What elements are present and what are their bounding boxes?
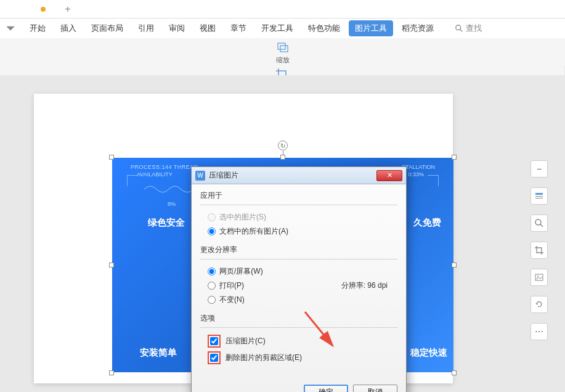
side-btn-crop[interactable]: [530, 242, 548, 259]
resize-handle-br[interactable]: [452, 370, 457, 375]
radio-nochange-label: 不变(N): [219, 295, 245, 305]
crop-icon: [534, 245, 544, 255]
radio-print-input[interactable]: [208, 282, 216, 290]
ribbon-tab-devtools[interactable]: 开发工具: [255, 20, 299, 36]
svg-point-36: [537, 276, 539, 277]
layout-icon: [534, 191, 544, 201]
radio-print-label: 打印(P): [219, 280, 244, 291]
radio-selected-pics: 选中的图片(S): [200, 210, 397, 224]
ribbon-tab-start[interactable]: 开始: [23, 20, 52, 36]
check-delete-crop[interactable]: 删除图片的剪裁区域(E): [200, 349, 397, 366]
close-button[interactable]: ✕: [376, 170, 402, 181]
img-text-installation: STALLATION: [402, 164, 435, 170]
side-btn-layout[interactable]: [530, 187, 548, 205]
side-btn-more[interactable]: ⋯: [530, 323, 548, 340]
svg-line-1: [460, 30, 463, 32]
svg-point-0: [456, 25, 461, 30]
resolution-title: 更改分辨率: [200, 245, 397, 255]
resolution-info: 分辨率: 96 dpi: [341, 280, 388, 291]
picture-icon: [534, 272, 544, 282]
img-text-availability: AVAILABILITY: [137, 171, 173, 178]
resize-handle-tr[interactable]: [452, 155, 457, 160]
search-icon: [455, 24, 463, 33]
radio-web-input[interactable]: [208, 267, 216, 276]
check-delete-crop-label: 删除图片的剪裁区域(E): [226, 353, 302, 363]
ok-button[interactable]: 确定: [304, 385, 348, 392]
dropdown-icon[interactable]: [5, 23, 16, 34]
search-box[interactable]: 查找: [447, 22, 489, 35]
check-delete-crop-input[interactable]: [210, 354, 218, 362]
annotation-highlight: [208, 335, 221, 348]
check-compress-input[interactable]: [210, 337, 218, 345]
radio-print[interactable]: 打印(P) 分辨率: 96 dpi: [200, 279, 397, 293]
new-tab-button[interactable]: +: [55, 1, 80, 18]
side-btn-zoom[interactable]: [530, 214, 548, 232]
img-text-stable-fast: 稳定快速: [410, 347, 447, 359]
radio-all-pics[interactable]: 文档中的所有图片(A): [200, 224, 397, 239]
check-compress[interactable]: 压缩图片(C): [200, 333, 397, 349]
radio-all-pics-input[interactable]: [208, 227, 216, 235]
compress-dialog: W 压缩图片 ✕ 应用于 选中的图片(S) 文档中的所有图片(A) 更改分辨率 …: [191, 166, 407, 392]
side-btn-rotate[interactable]: [530, 296, 548, 313]
apply-to-title: 应用于: [200, 190, 397, 201]
zoom-group: 缩放: [0, 38, 565, 66]
side-toolbar: − ⋯: [530, 160, 548, 340]
dialog-body: 应用于 选中的图片(S) 文档中的所有图片(A) 更改分辨率 网页/屏幕(W) …: [192, 184, 406, 378]
resize-handle-tl[interactable]: [109, 155, 114, 160]
document-tab[interactable]: [31, 1, 55, 18]
radio-selected-pics-input: [208, 213, 216, 221]
ribbon-tab-view[interactable]: 视图: [193, 20, 222, 36]
svg-point-33: [535, 219, 541, 225]
img-text-green-safe: 绿色安全: [148, 217, 185, 229]
svg-line-34: [540, 224, 543, 227]
resize-handle-ml[interactable]: [109, 263, 114, 267]
ribbon-tab-chapter[interactable]: 章节: [224, 20, 253, 36]
resize-handle-mr[interactable]: [452, 263, 457, 267]
ribbon-tab-reference[interactable]: 引用: [132, 20, 160, 36]
ribbon-tab-picture-tools[interactable]: 图片工具: [349, 20, 393, 36]
img-text-8pct: 8%: [168, 201, 176, 207]
resize-handle-tm[interactable]: [280, 155, 285, 160]
img-wave-decoration: [144, 181, 193, 197]
ribbon-tab-feature[interactable]: 特色功能: [302, 20, 346, 36]
img-text-forever-free: 久免费: [413, 217, 441, 229]
cancel-button[interactable]: 取消: [353, 385, 397, 392]
zoom-icon[interactable]: [275, 39, 290, 54]
radio-nochange-input[interactable]: [208, 296, 216, 304]
ribbon-tab-resources[interactable]: 稻壳资源: [396, 20, 440, 36]
resize-handle-bl[interactable]: [109, 370, 114, 375]
radio-web-label: 网页/屏幕(W): [219, 266, 263, 277]
svg-rect-31: [535, 196, 543, 197]
svg-rect-3: [280, 46, 288, 52]
ribbon-tab-review[interactable]: 审阅: [163, 20, 191, 36]
options-section: 选项 压缩图片(C) 删除图片的剪裁区域(E): [200, 313, 397, 366]
img-text-process: PROCESS:144 THREAD: [131, 164, 198, 170]
radio-selected-pics-label: 选中的图片(S): [219, 212, 266, 223]
radio-nochange[interactable]: 不变(N): [200, 293, 397, 307]
check-compress-label: 压缩图片(C): [226, 336, 266, 346]
dialog-title: 压缩图片: [209, 170, 376, 181]
tab-bar: +: [0, 0, 565, 18]
unsaved-dot-icon: [41, 7, 46, 12]
apply-to-section: 应用于 选中的图片(S) 文档中的所有图片(A): [200, 190, 397, 239]
side-btn-minus[interactable]: −: [530, 160, 548, 178]
ribbon-menu: 开始 插入 页面布局 引用 审阅 视图 章节 开发工具 特色功能 图片工具 稻壳…: [0, 18, 565, 38]
svg-rect-2: [278, 43, 285, 49]
img-text-pct33: 0:33%: [408, 171, 424, 178]
dialog-footer: 确定 取消: [192, 378, 406, 392]
annotation-highlight: [208, 351, 221, 364]
ribbon-tab-layout[interactable]: 页面布局: [85, 20, 129, 36]
zoom-label: 缩放: [276, 55, 290, 65]
img-text-install-simple: 安装简单: [140, 347, 177, 359]
side-btn-pic[interactable]: [530, 269, 548, 286]
dialog-titlebar[interactable]: W 压缩图片 ✕: [192, 167, 406, 184]
ribbon-tab-insert[interactable]: 插入: [54, 20, 83, 36]
app-icon: W: [195, 171, 205, 181]
radio-all-pics-label: 文档中的所有图片(A): [219, 226, 288, 237]
rotate-handle[interactable]: ↻: [278, 141, 288, 150]
radio-web[interactable]: 网页/屏幕(W): [200, 264, 397, 279]
svg-rect-30: [535, 193, 543, 195]
resolution-section: 更改分辨率 网页/屏幕(W) 打印(P) 分辨率: 96 dpi 不变(N): [200, 245, 397, 307]
rotate-icon: [534, 300, 544, 309]
options-title: 选项: [200, 313, 397, 324]
